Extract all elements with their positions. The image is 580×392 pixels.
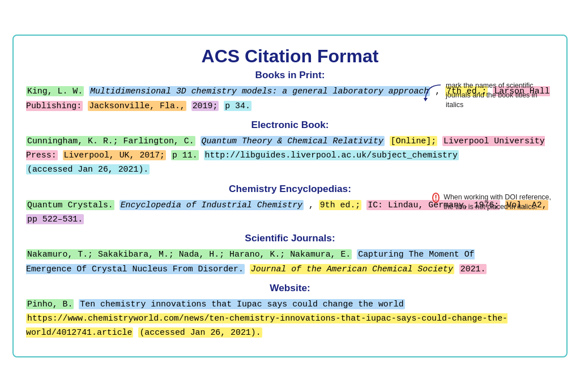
- website-accessed: (accessed Jan 26, 2021).: [138, 327, 262, 338]
- journal-year: 2021.: [459, 264, 487, 274]
- section-ebook: Electronic Book: Cunningham, K. R.; Farl…: [26, 119, 554, 177]
- arrow-icon: [421, 82, 443, 104]
- section-website-title: Website:: [26, 282, 554, 294]
- journal-name: Journal of the American Chemical Society: [250, 264, 454, 274]
- section-journals: Scientific Journals: Nakamuro, T.; Sakak…: [26, 232, 554, 276]
- doi-annotation-text: When working with DOI reference, the tit…: [443, 193, 551, 212]
- exclamation-icon: !: [432, 193, 440, 203]
- section-ebook-title: Electronic Book:: [26, 119, 554, 131]
- section-website: Website: Pinho, B. Ten chemistry innovat…: [26, 282, 554, 340]
- doi-annotation-wrap: ! When working with DOI reference, the t…: [432, 193, 551, 212]
- ebook-authors: Cunningham, K. R.; Farlington, C.: [26, 136, 195, 146]
- citation-journals: Nakamuro, T.; Sakakibara, M.; Nada, H.; …: [26, 248, 554, 276]
- book-title-highlight: Multidimensional 3D chemistry models: a …: [89, 86, 430, 96]
- section-books: Books in Print: King, L. W. Multidimensi…: [26, 69, 554, 113]
- ebook-pages: p 11.: [171, 150, 199, 160]
- journal-authors: Nakamuro, T.; Sakakibara, M.; Nada, H.; …: [26, 249, 352, 259]
- author-highlight: King, L. W.: [26, 86, 84, 96]
- section-encyclopedias: Chemistry Encyclopedias: Quantum Crystal…: [26, 183, 554, 227]
- location-highlight: Jacksonville, Fla.,: [88, 101, 186, 111]
- year-highlight: 2019;: [191, 101, 219, 111]
- section-books-title: Books in Print:: [26, 69, 554, 81]
- svg-marker-0: [424, 98, 428, 101]
- enc-entry: Quantum Crystals.: [26, 200, 114, 210]
- enc-title: Encyclopedia of Industrial Chemistry: [120, 200, 304, 210]
- citation-ebook: Cunningham, K. R.; Farlington, C. Quantu…: [26, 134, 554, 177]
- ebook-title: Quantum Theory & Chemical Relativity: [201, 136, 385, 146]
- main-card: ACS Citation Format Books in Print: King…: [12, 35, 568, 357]
- books-annotation-wrap: mark the names of scientific journals an…: [421, 80, 551, 110]
- website-url: https://www.chemistryworld.com/news/ten-…: [26, 313, 508, 338]
- website-author: Pinho, B.: [26, 299, 74, 309]
- website-title: Ten chemistry innovations that Iupac say…: [79, 299, 404, 309]
- ebook-location: Liverpool, UK, 2017;: [63, 150, 167, 160]
- page-title: ACS Citation Format: [26, 46, 554, 67]
- pages-highlight: p 34.: [224, 101, 251, 111]
- enc-pages: pp 522–531.: [26, 214, 84, 224]
- enc-edition: 9th ed.;: [319, 200, 361, 210]
- section-journals-title: Scientific Journals:: [26, 232, 554, 244]
- citation-website: Pinho, B. Ten chemistry innovations that…: [26, 297, 554, 340]
- books-annotation-text: mark the names of scientific journals an…: [446, 81, 551, 110]
- ebook-online: [Online];: [390, 136, 437, 146]
- ebook-accessed: (accessed Jan 26, 2021).: [26, 164, 150, 174]
- ebook-url: http://libguides.liverpool.ac.uk/subject…: [204, 150, 459, 160]
